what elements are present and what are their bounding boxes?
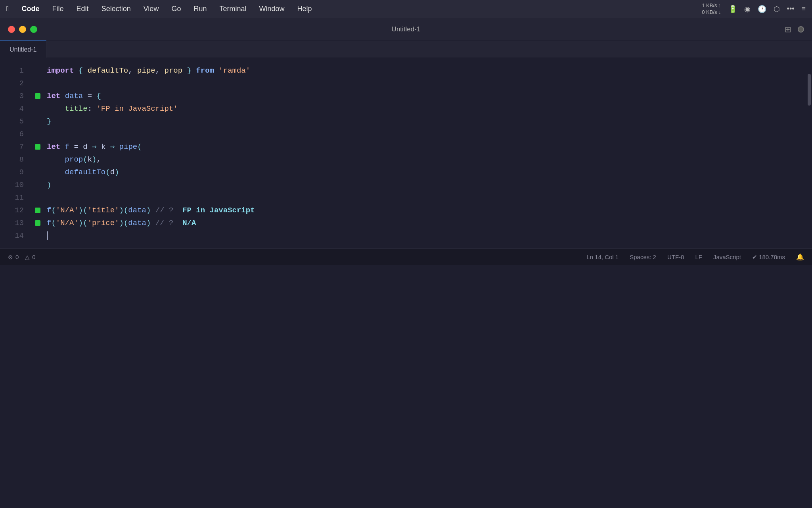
editor-body: 1 2 3 4 5 6 7 8 9 10 11 12 13 14 import (0, 58, 812, 248)
code-line-10: ) (47, 179, 806, 191)
split-editor-icon[interactable]: ⊞ (785, 25, 791, 34)
cursor (47, 231, 48, 240)
code-line-4: title : 'FP in JavaScript' (47, 102, 806, 115)
clock-icon: 🕐 (758, 5, 766, 13)
ln-3: 3 (0, 90, 24, 102)
error-icon: ⊗ (8, 254, 13, 261)
ln-8: 8 (0, 153, 24, 166)
ln-12: 12 (0, 204, 24, 217)
code-editor[interactable]: import { defaultTo , pipe , prop } from … (44, 58, 806, 248)
code-line-2 (47, 77, 806, 90)
code-line-14[interactable] (47, 229, 806, 242)
gutter-9 (32, 166, 44, 179)
menubar-right: 1 KB/s ↑ 0 KB/s ↓ 🔋 ◉ 🕐 ⬡ ••• ≡ (702, 2, 806, 16)
menu-terminal[interactable]: Terminal (217, 4, 249, 14)
code-line-6 (47, 128, 806, 140)
kw-from: from (196, 65, 214, 77)
titlebar-right-controls: ⊞ (785, 25, 804, 34)
menu-run[interactable]: Run (191, 4, 209, 14)
ln-1: 1 (0, 64, 24, 77)
more-icon: ••• (787, 5, 795, 13)
warning-count: 0 (32, 254, 35, 260)
status-bar: ⊗ 0 △ 0 Ln 14, Col 1 Spaces: 2 UTF-8 LF … (0, 248, 812, 265)
status-eol[interactable]: LF (695, 254, 702, 260)
status-position[interactable]: Ln 14, Col 1 (586, 254, 619, 260)
gutter-11 (32, 191, 44, 204)
line-numbers: 1 2 3 4 5 6 7 8 9 10 11 12 13 14 (0, 58, 32, 248)
close-button[interactable] (8, 26, 15, 33)
code-line-13: f ( 'N/A' )( 'price' )( data ) // ? N/A (47, 217, 806, 229)
menubar:  Code File Edit Selection View Go Run T… (0, 0, 812, 18)
maximize-button[interactable] (30, 26, 37, 33)
gutter-3[interactable] (32, 90, 44, 102)
code-line-9: defaultTo ( d ) (47, 166, 806, 179)
ln-5: 5 (0, 115, 24, 128)
ln-4: 4 (0, 102, 24, 115)
status-warnings[interactable]: △ 0 (25, 254, 35, 261)
code-line-7: let f = d ⇒ k ⇒ pipe ( (47, 140, 806, 153)
status-right: Ln 14, Col 1 Spaces: 2 UTF-8 LF JavaScri… (586, 253, 804, 261)
code-line-11 (47, 191, 806, 204)
gutter-7[interactable] (32, 140, 44, 153)
menu-window[interactable]: Window (257, 4, 287, 14)
apple-logo-icon[interactable]:  (6, 5, 9, 13)
ln-6: 6 (0, 128, 24, 140)
code-line-3: let data = { (47, 90, 806, 102)
code-line-12: f ( 'N/A' )( 'title' )( data ) // ? FP i… (47, 204, 806, 217)
wifi-icon: ◉ (744, 5, 751, 13)
warning-icon: △ (25, 254, 30, 261)
ln-10: 10 (0, 179, 24, 191)
menu-file[interactable]: File (50, 4, 66, 14)
gutter (32, 58, 44, 248)
status-spaces[interactable]: Spaces: 2 (630, 254, 656, 260)
kw-import: import (47, 65, 74, 77)
status-errors[interactable]: ⊗ 0 (8, 254, 19, 261)
gutter-4 (32, 102, 44, 115)
menu-selection[interactable]: Selection (99, 4, 133, 14)
error-count: 0 (15, 254, 19, 260)
code-line-1: import { defaultTo , pipe , prop } from … (47, 64, 806, 77)
ln-7: 7 (0, 140, 24, 153)
gutter-8 (32, 153, 44, 166)
status-left: ⊗ 0 △ 0 (8, 254, 36, 261)
gutter-5 (32, 115, 44, 128)
tab-label: Untitled-1 (10, 46, 36, 53)
tab-bar: Untitled-1 (0, 40, 812, 58)
menu-view[interactable]: View (141, 4, 161, 14)
titlebar: Untitled-1 ⊞ (0, 18, 812, 40)
code-line-8: prop ( k ) , (47, 153, 806, 166)
extension-icon: ⬡ (774, 5, 780, 13)
gutter-12[interactable] (32, 204, 44, 217)
gutter-10 (32, 179, 44, 191)
status-timing: ✔ 180.78ms (752, 254, 785, 261)
network-stats: 1 KB/s ↑ 0 KB/s ↓ (702, 2, 721, 16)
gutter-13[interactable] (32, 217, 44, 229)
gutter-6 (32, 128, 44, 140)
ln-13: 13 (0, 217, 24, 229)
battery-icon: 🔋 (728, 5, 737, 13)
menu-help[interactable]: Help (295, 4, 314, 14)
gutter-2 (32, 77, 44, 90)
ln-9: 9 (0, 166, 24, 179)
list-icon: ≡ (801, 5, 806, 13)
window-title: Untitled-1 (392, 25, 421, 33)
gutter-14 (32, 229, 44, 242)
ln-14: 14 (0, 229, 24, 242)
code-line-5: } (47, 115, 806, 128)
vertical-scrollbar[interactable] (806, 58, 812, 248)
status-encoding[interactable]: UTF-8 (667, 254, 684, 260)
ln-2: 2 (0, 77, 24, 90)
menu-go[interactable]: Go (169, 4, 183, 14)
gutter-1 (32, 64, 44, 77)
circle-btn[interactable] (798, 26, 804, 33)
menu-code[interactable]: Code (19, 4, 42, 14)
scrollbar-thumb[interactable] (808, 74, 811, 106)
notifications-icon[interactable]: 🔔 (796, 253, 804, 261)
tab-untitled[interactable]: Untitled-1 (0, 40, 46, 58)
minimize-button[interactable] (19, 26, 26, 33)
status-language[interactable]: JavaScript (713, 254, 741, 260)
ln-11: 11 (0, 191, 24, 204)
traffic-lights (8, 26, 37, 33)
menu-edit[interactable]: Edit (74, 4, 91, 14)
